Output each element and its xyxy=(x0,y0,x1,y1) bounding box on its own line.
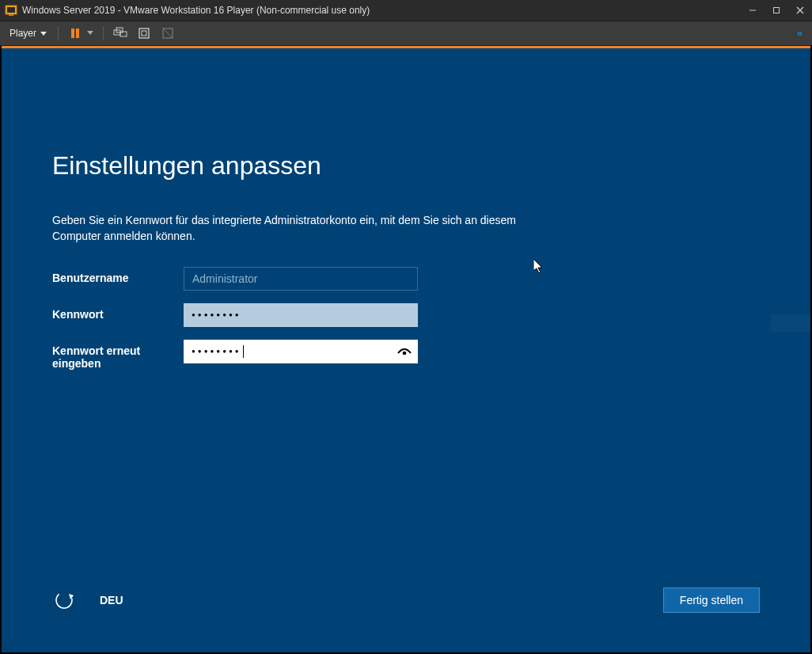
maximize-button[interactable] xyxy=(765,0,788,21)
page-title: Einstellungen anpassen xyxy=(52,151,760,181)
username-value: Administrator xyxy=(192,272,257,285)
vmware-app-icon xyxy=(5,4,17,17)
finish-button[interactable]: Fertig stellen xyxy=(663,587,760,613)
svg-rect-1 xyxy=(7,7,15,13)
window-title: Windows Server 2019 - VMware Workstation… xyxy=(22,5,370,16)
application-window: Windows Server 2019 - VMware Workstation… xyxy=(0,0,812,654)
svg-rect-8 xyxy=(71,29,74,38)
password-label: Kennwort xyxy=(52,303,184,321)
page-description: Geben Sie ein Kennwort für das integrier… xyxy=(52,212,519,245)
svg-rect-2 xyxy=(9,14,13,16)
player-menu[interactable]: Player xyxy=(3,26,53,40)
collapse-toolbar-button[interactable]: « xyxy=(797,28,809,39)
oobe-screen: Einstellungen anpassen Geben Sie ein Ken… xyxy=(2,46,810,652)
password-confirm-field[interactable]: ●●●●●●●● xyxy=(184,340,418,363)
unity-mode-button xyxy=(159,25,176,42)
reveal-password-icon[interactable] xyxy=(397,344,412,359)
toolbar-divider xyxy=(103,26,104,40)
title-bar: Windows Server 2019 - VMware Workstation… xyxy=(0,0,812,21)
dropdown-arrow-icon xyxy=(40,28,47,39)
power-dropdown-arrow-icon[interactable] xyxy=(85,25,95,42)
password-confirm-masked: ●●●●●●●● xyxy=(192,348,241,355)
svg-rect-4 xyxy=(774,8,780,13)
fullscreen-button[interactable] xyxy=(135,25,153,42)
username-label: Benutzername xyxy=(52,267,184,285)
ease-of-access-button[interactable] xyxy=(52,588,76,612)
vm-viewport: Einstellungen anpassen Geben Sie ein Ken… xyxy=(0,46,812,654)
username-field: Administrator xyxy=(184,267,418,291)
svg-rect-9 xyxy=(76,29,79,38)
password-field[interactable]: ●●●●●●●● xyxy=(184,303,418,327)
player-menu-label: Player xyxy=(9,28,36,39)
svg-rect-15 xyxy=(142,31,146,36)
language-indicator[interactable]: DEU xyxy=(100,594,123,606)
password-masked: ●●●●●●●● xyxy=(192,311,241,318)
close-button[interactable] xyxy=(788,0,812,21)
password-confirm-label: Kennwort erneut eingeben xyxy=(52,340,184,371)
menu-bar: Player xyxy=(0,21,812,46)
pause-vm-button[interactable] xyxy=(66,25,84,42)
svg-marker-7 xyxy=(40,32,47,36)
svg-rect-14 xyxy=(139,29,149,38)
svg-point-18 xyxy=(403,351,407,355)
watermark-ghost xyxy=(771,314,810,332)
svg-line-17 xyxy=(163,29,173,38)
toolbar-divider xyxy=(58,26,59,40)
send-ctrl-alt-del-button[interactable] xyxy=(112,25,129,42)
minimize-button[interactable] xyxy=(741,0,765,21)
text-caret xyxy=(243,345,244,358)
svg-marker-10 xyxy=(87,31,93,35)
